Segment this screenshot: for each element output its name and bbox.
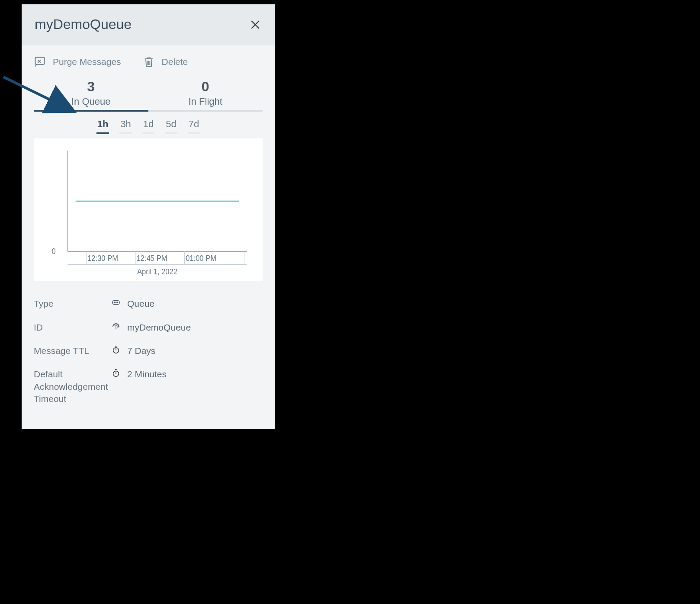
purge-messages-button[interactable]: Purge Messages [34,56,121,68]
property-value: Queue [127,298,263,310]
property-row: Default Acknowledgement Timeout2 Minutes [34,368,263,405]
property-value: 7 Days [127,345,263,357]
property-label: Message TTL [34,345,111,357]
properties-list: TypeQueueIDmyDemoQueueMessage TTL7 DaysD… [34,298,263,405]
chart: 012:30 PM12:45 PM01:00 PMApril 1, 2022 [40,146,255,278]
metric-tabs: 3 In Queue 0 In Flight [34,79,263,112]
property-label: Default Acknowledgement Timeout [34,368,111,405]
stopwatch-icon [111,345,121,354]
chart-container: 012:30 PM12:45 PM01:00 PMApril 1, 2022 [34,138,263,281]
in-flight-label: In Flight [148,96,263,107]
in-queue-value: 3 [34,79,148,94]
property-label: Type [34,298,111,310]
tab-in-queue[interactable]: 3 In Queue [34,79,148,112]
svg-text:12:45 PM: 12:45 PM [137,254,167,263]
property-label: ID [34,321,111,334]
panel-body: Purge Messages Delete 3 In Queue 0 In Fl… [22,45,275,429]
tab-underline [34,110,263,112]
svg-point-14 [114,302,115,303]
in-queue-label: In Queue [34,96,148,107]
property-value: myDemoQueue [127,321,263,334]
time-tab-7d[interactable]: 7d [188,118,200,134]
svg-point-15 [116,302,116,303]
purge-icon [34,56,46,68]
panel-title: myDemoQueue [35,16,132,32]
delete-button[interactable]: Delete [143,56,188,68]
in-flight-value: 0 [148,79,263,94]
svg-text:0: 0 [52,247,56,256]
tab-in-flight[interactable]: 0 In Flight [148,79,263,112]
stopwatch-icon [111,368,121,378]
property-row: TypeQueue [34,298,263,310]
close-button[interactable] [249,18,262,31]
delete-label: Delete [162,57,188,67]
property-row: IDmyDemoQueue [34,321,263,334]
time-tab-5d[interactable]: 5d [165,118,177,134]
property-row: Message TTL7 Days [34,345,263,357]
fingerprint-icon [111,321,121,331]
panel-header: myDemoQueue [22,4,275,45]
queue-detail-panel: myDemoQueue Purge Messages Dele [22,4,275,429]
time-tab-3h[interactable]: 3h [119,118,132,134]
time-tab-1d[interactable]: 1d [142,118,154,134]
svg-text:01:00 PM: 01:00 PM [186,254,216,263]
purge-messages-label: Purge Messages [53,57,121,67]
actions-bar: Purge Messages Delete [34,56,263,68]
svg-point-16 [117,302,118,303]
svg-text:April 1, 2022: April 1, 2022 [137,267,177,276]
time-tab-1h[interactable]: 1h [96,118,109,134]
property-value: 2 Minutes [127,368,263,380]
close-icon [250,19,261,30]
queue-icon [111,298,121,307]
time-range-tabs: 1h3h1d5d7d [34,118,263,134]
trash-icon [143,56,155,68]
svg-text:12:30 PM: 12:30 PM [87,254,118,263]
